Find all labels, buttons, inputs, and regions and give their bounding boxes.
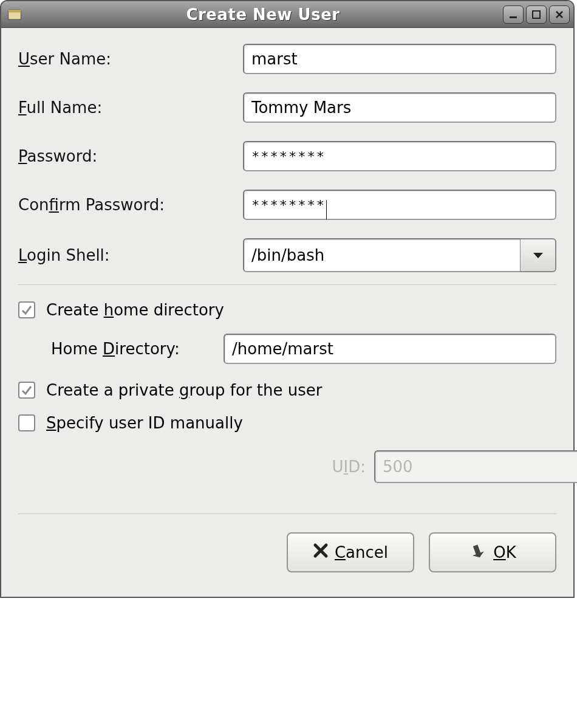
minimize-button[interactable] xyxy=(503,5,524,24)
svg-rect-1 xyxy=(9,9,21,12)
login-shell-input[interactable] xyxy=(243,238,520,272)
home-directory-label: Home Directory: xyxy=(51,340,224,358)
password-label: Password: xyxy=(18,147,243,165)
separator xyxy=(18,284,556,285)
confirm-password-input[interactable]: ******** xyxy=(243,190,556,220)
ok-button[interactable]: OK xyxy=(429,532,556,572)
full-name-label: Full Name: xyxy=(18,98,243,117)
uid-input xyxy=(374,450,577,483)
maximize-button[interactable] xyxy=(526,5,547,24)
password-input[interactable]: ******** xyxy=(243,141,556,171)
login-shell-label: Login Shell: xyxy=(18,246,243,264)
chevron-down-icon xyxy=(532,247,544,264)
create-user-dialog: Create New User User Name: Full Name: Pa… xyxy=(0,0,575,598)
create-home-label: Create home directory xyxy=(46,301,224,319)
login-shell-dropdown-button[interactable] xyxy=(520,238,556,272)
ok-icon xyxy=(469,543,487,562)
private-group-checkbox[interactable] xyxy=(18,382,35,399)
user-name-input[interactable] xyxy=(243,44,556,74)
full-name-input[interactable] xyxy=(243,92,556,123)
window-controls xyxy=(503,5,570,24)
cancel-button[interactable]: Cancel xyxy=(287,532,414,572)
home-directory-input[interactable] xyxy=(224,334,556,364)
create-home-checkbox[interactable] xyxy=(18,301,35,318)
specify-uid-label: Specify user ID manually xyxy=(46,414,243,432)
app-icon xyxy=(6,6,23,23)
cancel-icon xyxy=(313,543,329,562)
login-shell-combo[interactable] xyxy=(243,238,556,272)
window-title: Create New User xyxy=(23,5,503,24)
ok-button-label: OK xyxy=(493,543,516,561)
uid-label: UID: xyxy=(332,458,366,476)
uid-spinbox xyxy=(374,450,556,483)
close-button[interactable] xyxy=(549,5,570,24)
button-bar: Cancel OK xyxy=(18,530,556,591)
confirm-password-label: Confirm Password: xyxy=(18,196,243,214)
user-name-label: User Name: xyxy=(18,50,243,68)
private-group-label: Create a private group for the user xyxy=(46,381,323,399)
specify-uid-checkbox[interactable] xyxy=(18,414,35,431)
separator-bottom xyxy=(18,513,556,514)
dialog-content: User Name: Full Name: Password: ********… xyxy=(1,28,573,597)
cancel-button-label: Cancel xyxy=(335,543,388,561)
svg-rect-3 xyxy=(533,11,540,18)
titlebar[interactable]: Create New User xyxy=(1,1,573,28)
svg-rect-2 xyxy=(510,16,517,18)
